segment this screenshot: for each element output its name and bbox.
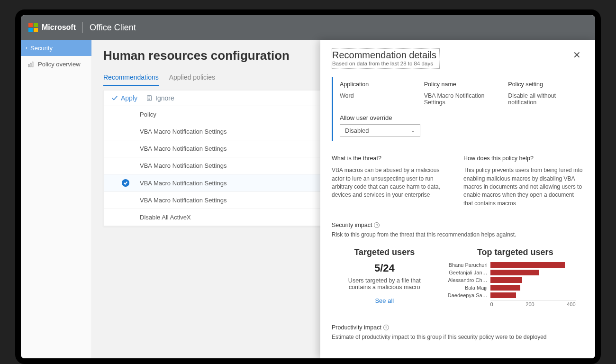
- svg-rect-2: [32, 62, 33, 67]
- svg-rect-0: [28, 64, 29, 67]
- chevron-left-icon: ‹: [26, 45, 27, 51]
- security-impact-heading: Security impact ?: [332, 222, 584, 228]
- chart-bar: [490, 262, 565, 268]
- productivity-impact-sub: Estimate of productivity impact to this …: [332, 334, 584, 340]
- app-body: ‹ Security Policy overview Human resourc…: [21, 40, 595, 358]
- details-subtitle: Based on data from the last 28 to 84 day…: [332, 61, 436, 66]
- chart-axis: 0200400: [490, 300, 576, 307]
- ignore-icon: [146, 95, 153, 101]
- targeted-desc: Users targeted by a file that contains a…: [344, 277, 425, 291]
- details-meta: Application Policy name Policy setting W…: [332, 77, 584, 141]
- svg-rect-1: [30, 63, 31, 67]
- chart-bar-row: Alessandro Ch…: [447, 277, 584, 283]
- check-icon: [111, 95, 118, 101]
- chart-bar-label: Geetanjali Jan…: [447, 270, 490, 275]
- sidebar-back[interactable]: ‹ Security: [21, 40, 91, 56]
- device-frame: Microsoft Office Client ‹ Security Polic…: [15, 9, 601, 364]
- info-icon[interactable]: ?: [383, 325, 389, 330]
- chevron-down-icon: ⌄: [411, 127, 415, 134]
- close-icon: ✕: [573, 50, 581, 60]
- check-icon: [122, 179, 129, 187]
- top-targeted-chart: Top targeted users Bhanu ParuchuriGeetan…: [447, 247, 584, 307]
- top-targeted-heading: Top targeted users: [447, 247, 584, 257]
- app-name: Office Client: [90, 23, 136, 33]
- details-title: Recommendation details: [332, 50, 436, 61]
- chart-bar-row: Daedeepya Sa…: [447, 292, 584, 298]
- apply-label: Apply: [121, 94, 137, 102]
- chart-bar-label: Bala Majji: [447, 285, 490, 291]
- productivity-impact-heading: Productivity impact ?: [332, 324, 584, 331]
- brand-name: Microsoft: [42, 23, 76, 32]
- policy-setting-value: Disable all without notification: [508, 92, 584, 106]
- override-select[interactable]: Disabled ⌄: [340, 124, 420, 137]
- see-all-link[interactable]: See all: [375, 297, 394, 304]
- chart-bar: [490, 270, 540, 275]
- targeted-users-block: Targeted users 5/24 Users targeted by a …: [332, 247, 437, 305]
- chart-bar-row: Bhanu Paruchuri: [447, 262, 584, 268]
- targeted-total: /24: [380, 262, 395, 274]
- targeted-count: 5: [374, 262, 380, 274]
- close-button[interactable]: ✕: [570, 48, 584, 62]
- override-value: Disabled: [345, 127, 369, 134]
- chart-bar-row: Geetanjali Jan…: [447, 270, 584, 275]
- chart-bar: [490, 292, 516, 298]
- application-value: Word: [340, 92, 416, 106]
- security-impact-sub: Risk to this group from the threat that …: [332, 231, 584, 238]
- chart-bar: [490, 285, 520, 291]
- recommendation-details-panel: Recommendation details Based on data fro…: [320, 40, 595, 358]
- ignore-button[interactable]: Ignore: [146, 94, 174, 102]
- sidebar-item-label: Policy overview: [38, 61, 81, 68]
- threat-body: VBA macros can be abused by a malicious …: [332, 166, 452, 200]
- tab-recommendations[interactable]: Recommendations: [103, 69, 159, 86]
- microsoft-logo: [28, 23, 38, 32]
- targeted-users-heading: Targeted users: [332, 247, 437, 257]
- application-label: Application: [340, 81, 416, 88]
- chart-bar-row: Bala Majji: [447, 285, 584, 291]
- sidebar-item-policy-overview[interactable]: Policy overview: [21, 56, 91, 73]
- override-label: Allow user override: [340, 114, 584, 121]
- chart-bar-label: Daedeepya Sa…: [447, 292, 490, 298]
- ignore-label: Ignore: [155, 94, 174, 102]
- sidebar: ‹ Security Policy overview: [21, 40, 92, 358]
- chart-bar-icon: [27, 61, 34, 68]
- threat-block: What is the threat? VBA macros can be ab…: [332, 154, 452, 208]
- help-body: This policy prevents users from being lu…: [463, 166, 584, 208]
- chart-bar-label: Bhanu Paruchuri: [447, 262, 490, 268]
- info-icon[interactable]: ?: [374, 222, 380, 228]
- help-heading: How does this policy help?: [463, 154, 584, 163]
- app-header: Microsoft Office Client: [21, 15, 595, 40]
- policy-setting-label: Policy setting: [508, 81, 584, 88]
- threat-heading: What is the threat?: [332, 154, 452, 163]
- chart-bar-label: Alessandro Ch…: [447, 277, 490, 283]
- help-block: How does this policy help? This policy p…: [463, 154, 584, 208]
- apply-button[interactable]: Apply: [111, 94, 137, 102]
- details-title-box: Recommendation details Based on data fro…: [332, 48, 440, 69]
- tab-applied-policies[interactable]: Applied policies: [169, 69, 215, 86]
- header-divider: [82, 22, 83, 33]
- sidebar-back-label: Security: [30, 45, 53, 52]
- chart-bar: [490, 277, 523, 283]
- policy-name-value: VBA Macro Notification Settings: [424, 92, 500, 106]
- policy-name-label: Policy name: [424, 81, 500, 88]
